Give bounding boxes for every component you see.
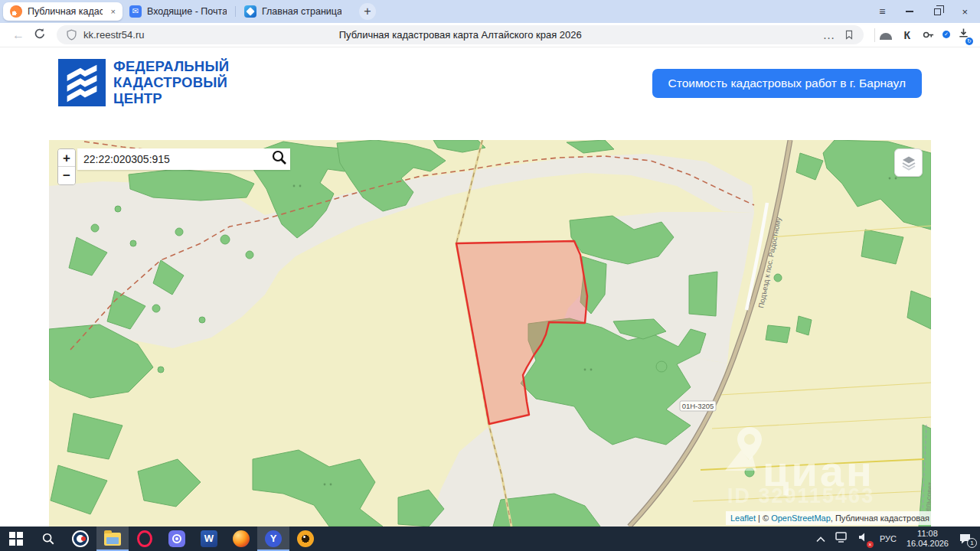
volume-muted-icon[interactable]: × xyxy=(858,532,870,546)
site-logo-text: ФЕДЕРАЛЬНЫЙ КАДАСТРОВЫЙ ЦЕНТР xyxy=(113,58,229,106)
taskbar-yandex-browser[interactable]: Y xyxy=(257,527,289,551)
taskbar-firefox[interactable] xyxy=(225,527,257,551)
browser-toolbar: ← kk.reestr54.ru Публичная кадастровая к… xyxy=(0,23,980,47)
search-icon[interactable] xyxy=(270,148,290,170)
tab-mail[interactable]: ✉ Входящие - Почта Mail xyxy=(122,2,234,21)
zoom-in-button[interactable]: + xyxy=(58,149,75,167)
map-attribution: Leaflet | © OpenStreetMap, Публичная кад… xyxy=(726,511,931,525)
site-logo[interactable]: ФЕДЕРАЛЬНЫЙ КАДАСТРОВЫЙ ЦЕНТР xyxy=(58,58,229,106)
window-restore-icon[interactable] xyxy=(934,8,941,15)
more-actions-icon[interactable]: … xyxy=(822,28,835,42)
alice-assistant-icon[interactable] xyxy=(880,33,892,40)
home-favicon xyxy=(244,5,256,18)
parcel-search-bar xyxy=(77,148,290,170)
watermark-id: ID 329115463 xyxy=(727,484,874,507)
page-title: Публичная кадастровая карта Алтайского к… xyxy=(339,29,582,41)
reload-icon[interactable] xyxy=(34,28,46,43)
downloads-icon[interactable]: ↻ xyxy=(958,28,969,42)
federal-cadastre-logo-icon xyxy=(58,59,106,106)
clock-date: 16.04.2026 xyxy=(906,539,949,549)
tab-title: Главная страница xyxy=(262,6,341,17)
layers-button[interactable] xyxy=(894,148,923,177)
taskbar-word[interactable]: W xyxy=(193,527,225,551)
notification-center-icon[interactable]: 1 xyxy=(959,533,972,545)
taskbar: W Y × РУС 11:08 16.04.2026 1 xyxy=(0,527,980,551)
tab-close-icon[interactable]: × xyxy=(108,7,116,16)
cadastre-favicon xyxy=(10,5,22,18)
tab-title: Публичная кадастрова xyxy=(28,6,103,17)
taskbar-viewer-app[interactable] xyxy=(161,527,193,551)
leaflet-link[interactable]: Leaflet xyxy=(730,514,756,523)
toolbar-separator xyxy=(874,28,875,42)
tab-home[interactable]: Главная страница xyxy=(237,2,348,21)
taskbar-clock[interactable]: 11:08 16.04.2026 xyxy=(906,529,949,549)
taskbar-file-explorer[interactable] xyxy=(96,527,129,551)
taskbar-eye-app[interactable] xyxy=(289,527,322,551)
keyboard-extension-icon[interactable]: К xyxy=(903,29,910,41)
extension-badge: ✓ xyxy=(942,31,950,38)
cadastral-works-cost-button[interactable]: Стоимость кадастровых работ в г. Барнаул xyxy=(652,69,922,98)
back-icon[interactable]: ← xyxy=(12,28,24,42)
site-security-shield-icon[interactable] xyxy=(66,28,77,41)
screen: Публичная кадастрова × ✉ Входящие - Почт… xyxy=(0,0,980,551)
mail-favicon: ✉ xyxy=(129,5,142,18)
taskbar-search-icon[interactable] xyxy=(32,527,64,551)
map-canvas[interactable]: Подъезд к пос. Радостному о сельсовет 01… xyxy=(49,140,931,527)
network-icon[interactable] xyxy=(835,532,848,546)
zoom-control: + − xyxy=(57,148,76,185)
tray-expand-icon[interactable] xyxy=(816,532,825,546)
zoom-out-button[interactable]: − xyxy=(58,167,75,184)
svg-text:01Н-3205: 01Н-3205 xyxy=(682,402,714,410)
tab-cadastre[interactable]: Публичная кадастрова × xyxy=(3,2,122,21)
road-ref-label: 01Н-3205 xyxy=(680,401,716,411)
map-container: Подъезд к пос. Радостному о сельсовет 01… xyxy=(49,140,931,527)
svg-text:Leaflet | © OpenStreetMap, Пуб: Leaflet | © OpenStreetMap, Публичная кад… xyxy=(730,514,931,523)
parcel-search-input[interactable] xyxy=(77,153,270,165)
notification-badge: 1 xyxy=(967,538,977,548)
url-text: kk.reestr54.ru xyxy=(83,29,144,41)
volume-muted-badge: × xyxy=(867,541,874,548)
tab-title: Входящие - Почта Mail xyxy=(147,6,227,17)
window-minimize-icon[interactable] xyxy=(906,11,913,12)
layers-icon xyxy=(900,155,917,171)
new-tab-button[interactable]: + xyxy=(359,3,376,20)
clock-time: 11:08 xyxy=(906,529,949,539)
browser-tab-bar: Публичная кадастрова × ✉ Входящие - Почт… xyxy=(0,0,980,23)
tab-separator xyxy=(235,6,236,17)
window-close-icon[interactable]: × xyxy=(962,6,968,18)
osm-link[interactable]: OpenStreetMap xyxy=(771,514,831,523)
site-header: ФЕДЕРАЛЬНЫЙ КАДАСТРОВЫЙ ЦЕНТР Стоимость … xyxy=(0,47,980,119)
address-bar[interactable]: kk.reestr54.ru Публичная кадастровая кар… xyxy=(57,25,864,44)
bookmark-icon[interactable] xyxy=(844,29,854,41)
download-badge: ↻ xyxy=(965,37,973,45)
browser-menu-icon[interactable]: ≡ xyxy=(879,5,885,18)
password-key-icon[interactable] xyxy=(922,28,935,41)
taskbar-app-ccleaner[interactable] xyxy=(64,527,96,551)
language-indicator[interactable]: РУС xyxy=(880,534,897,543)
start-button[interactable] xyxy=(0,527,32,551)
taskbar-opera[interactable] xyxy=(129,527,161,551)
